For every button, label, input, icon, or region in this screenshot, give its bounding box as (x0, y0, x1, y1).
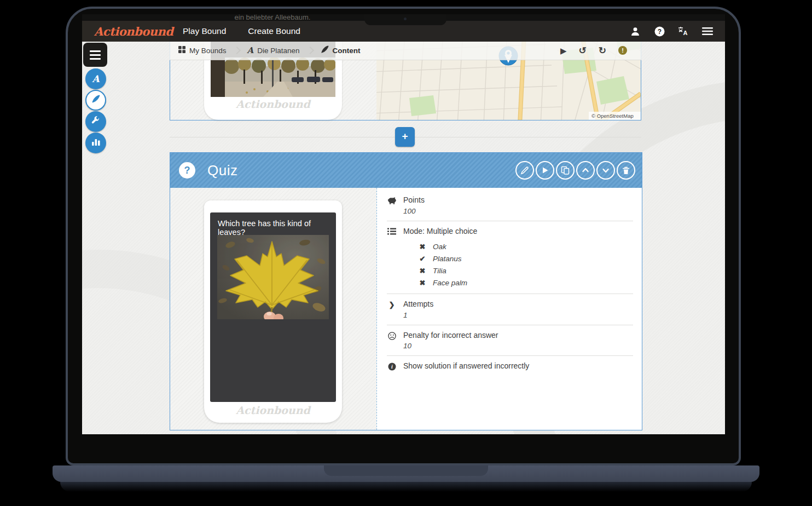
sidebar-menu-button[interactable] (83, 43, 107, 67)
phone-preview-frame: Which tree has this kind of leaves? (204, 200, 342, 423)
breadcrumb-item-content[interactable]: Content (321, 45, 361, 55)
wrench-icon (91, 116, 100, 127)
points-value: 100 (403, 207, 425, 215)
logo-box[interactable]: Actionbound (82, 21, 170, 42)
info-icon: i (387, 361, 397, 371)
actionbound-watermark: Actionbound (204, 98, 342, 110)
correct-mark-icon: ✔ (419, 255, 426, 263)
feather-icon (91, 95, 100, 106)
menu-icon[interactable] (702, 26, 713, 37)
svg-text:?: ? (657, 28, 661, 36)
attempts-value: 1 (403, 311, 433, 319)
sidebar-item-statistics[interactable] (85, 133, 106, 153)
undo-icon[interactable]: ↺ (579, 46, 587, 55)
duplicate-button[interactable] (556, 161, 575, 180)
mode-row: Mode: Multiple choice ✖ Oak ✔ Platanus ✖ (387, 227, 633, 289)
answer-row: ✖ Tilia (419, 267, 633, 275)
tab-play-bound[interactable]: Play Bound (183, 26, 226, 36)
grid-icon (178, 46, 185, 55)
help-icon[interactable]: ? (654, 26, 665, 37)
scrolled-partial-text: ein beliebter Alleebaum. (210, 14, 335, 21)
tab-create-bound[interactable]: Create Bound (248, 26, 300, 36)
attempts-label: Attempts (403, 300, 433, 309)
solution-row: i Show solution if answered incorrectly (387, 361, 633, 371)
answers-list: ✖ Oak ✔ Platanus ✖ Tilia ✖ (419, 243, 633, 287)
feather-icon (321, 45, 329, 55)
redo-icon[interactable]: ↻ (599, 46, 606, 55)
sidebar-item-settings[interactable] (85, 111, 106, 132)
wrong-mark-icon: ✖ (419, 267, 426, 275)
sidebar-item-bound[interactable]: A (85, 68, 106, 89)
camera-dot (404, 18, 407, 20)
list-icon (387, 227, 397, 235)
wrong-mark-icon: ✖ (419, 243, 426, 251)
answer-row: ✖ Oak (419, 243, 633, 251)
street-trees-photo (211, 58, 335, 97)
breadcrumb-item-my-bounds[interactable]: My Bounds (178, 46, 227, 55)
actionbound-logo[interactable]: Actionbound (82, 25, 173, 38)
map-attribution[interactable]: © OpenStreetMap (591, 113, 634, 119)
solution-label: Show solution if answered incorrectly (403, 361, 529, 371)
svg-text:i: i (391, 364, 393, 370)
account-icon[interactable] (630, 26, 641, 37)
answer-row: ✖ Face palm (419, 279, 633, 287)
edit-button[interactable] (515, 161, 534, 180)
actionbound-watermark: Actionbound (204, 404, 342, 416)
warning-icon[interactable]: ! (618, 46, 627, 55)
laptop-screen: Actionbound (82, 14, 725, 434)
mode-label: Mode: Multiple choice (403, 227, 633, 237)
chevron-separator-icon (233, 47, 240, 54)
move-up-button[interactable] (576, 161, 595, 180)
leaf-photo (217, 235, 329, 319)
question-mark-icon: ? (179, 162, 195, 179)
quiz-settings-pane: Points 100 Mode: Multiple choice ✖ Oak (376, 188, 642, 430)
points-label: Points (403, 196, 425, 205)
answer-row: ✔ Platanus (419, 255, 633, 263)
quiz-preview-pane: Which tree has this kind of leaves? (170, 188, 376, 430)
quiz-question-text: Which tree has this kind of leaves? (218, 219, 327, 237)
move-down-button[interactable] (596, 161, 615, 180)
quiz-card-header: ? Quiz (170, 153, 642, 188)
bound-a-icon: A (247, 45, 254, 55)
breadcrumb: My Bounds A Die Platanen Content ▶ ↺ ↻ ! (170, 41, 641, 60)
svg-text:A: A (683, 30, 688, 36)
breadcrumb-item-bound[interactable]: A Die Platanen (247, 45, 300, 55)
laptop-base-shadow (60, 482, 752, 492)
preview-play-button[interactable] (536, 161, 554, 180)
bound-a-icon: A (92, 73, 99, 84)
frown-face-icon (387, 331, 397, 340)
wrong-mark-icon: ✖ (419, 279, 426, 287)
penalty-label: Penalty for incorrect answer (403, 331, 498, 341)
sidebar-item-content[interactable] (85, 90, 106, 111)
bar-chart-icon (92, 138, 100, 148)
add-element-button[interactable]: + (395, 127, 415, 147)
language-icon[interactable]: A (678, 26, 689, 37)
phone-preview-screen: Which tree has this kind of leaves? (210, 212, 336, 402)
play-bound-icon[interactable]: ▶ (560, 47, 567, 55)
penalty-row: Penalty for incorrect answer 10 (387, 331, 633, 350)
attempts-row: ❯ Attempts 1 (387, 300, 633, 319)
laptop-base-notch (324, 465, 488, 476)
penalty-value: 10 (403, 342, 498, 350)
quiz-card: ? Quiz (170, 152, 642, 430)
quiz-title: Quiz (207, 162, 237, 179)
points-row: Points 100 (387, 196, 633, 215)
chevron-right-icon: ❯ (387, 300, 397, 309)
delete-button[interactable] (617, 161, 635, 180)
piggy-bank-icon (387, 196, 397, 204)
chevron-separator-icon (306, 47, 314, 54)
